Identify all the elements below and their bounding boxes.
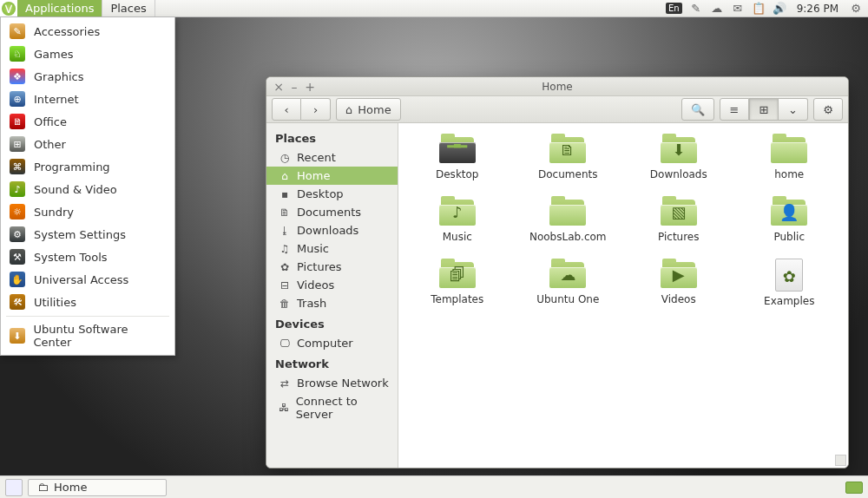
view-list-button[interactable]: ≡ xyxy=(720,98,749,121)
folder-pictures[interactable]: ▧Pictures xyxy=(623,194,734,245)
folder-noobslab-com[interactable]: NoobsLab.com xyxy=(513,194,624,245)
nav-forward-button[interactable]: › xyxy=(301,98,331,121)
sidebar-place-recent[interactable]: ◷Recent xyxy=(266,148,398,167)
sidebar-place-home[interactable]: ⌂Home xyxy=(266,167,398,185)
sidebar-place-trash[interactable]: 🗑Trash xyxy=(266,294,398,312)
sidebar-place-documents[interactable]: 🗎Documents xyxy=(266,203,398,221)
folder-icon: ♪ xyxy=(438,196,477,227)
app-menu-item-accessories[interactable]: ✎Accessories xyxy=(1,20,174,43)
cloud-icon[interactable]: ☁ xyxy=(710,2,724,16)
mail-icon[interactable]: ✉ xyxy=(731,2,745,16)
toolbar: ‹ › ⌂ Home 🔍 ≡ ⊞ ⌄ ⚙ xyxy=(266,96,848,123)
app-menu-label: Programming xyxy=(34,161,110,174)
clipboard-icon[interactable]: 📋 xyxy=(752,2,766,16)
app-menu-item-sound-video[interactable]: ♪Sound & Video xyxy=(1,178,174,200)
show-desktop-button[interactable] xyxy=(5,479,23,496)
app-menu-item-office[interactable]: 🗎Office xyxy=(1,110,174,133)
app-menu-label: System Settings xyxy=(34,228,126,241)
app-menu-item-other[interactable]: ⊞Other xyxy=(1,133,174,155)
sidebar-item-label: Desktop xyxy=(297,187,344,200)
content-area[interactable]: ▂▃▂Desktop🗎Documents⬇Downloadshome♪Music… xyxy=(398,123,848,468)
app-menu-item-system-settings[interactable]: ⚙System Settings xyxy=(1,223,174,246)
view-options-button[interactable]: ⌄ xyxy=(779,98,808,121)
category-icon: ☼ xyxy=(10,204,25,220)
menu-places[interactable]: Places xyxy=(102,0,155,16)
folder-desktop[interactable]: ▂▃▂Desktop xyxy=(402,132,513,182)
preferences-button[interactable]: ⚙ xyxy=(813,98,843,121)
folder-music[interactable]: ♪Music xyxy=(402,194,513,245)
menu-separator xyxy=(6,316,169,317)
folder-public[interactable]: 👤Public xyxy=(734,194,845,245)
app-menu-label: Sundry xyxy=(34,206,74,219)
view-grid-button[interactable]: ⊞ xyxy=(749,98,779,121)
applications-menu-dropdown: ✎Accessories♘Games❖Graphics⊕Internet🗎Off… xyxy=(0,17,175,356)
folder-icon: 👤 xyxy=(770,196,808,227)
app-menu-item-system-tools[interactable]: ⚒System Tools xyxy=(1,246,174,268)
keyboard-layout-indicator[interactable]: En xyxy=(666,3,682,14)
sidebar-item-icon: ✿ xyxy=(279,261,291,273)
folder-icon: ▂▃▂ xyxy=(438,134,477,165)
folder-ubuntu-one[interactable]: ☁Ubuntu One xyxy=(513,257,624,309)
workspace-switcher[interactable] xyxy=(845,482,863,494)
folder-videos[interactable]: ▶Videos xyxy=(623,257,734,309)
sidebar-item-icon: 🖵 xyxy=(279,337,291,350)
sidebar-place-desktop[interactable]: ▪Desktop xyxy=(266,185,398,203)
folder-downloads[interactable]: ⬇Downloads xyxy=(623,132,734,182)
sidebar-item-icon: ▪ xyxy=(279,188,291,200)
folder-home[interactable]: home xyxy=(734,132,845,182)
app-menu-item-utilities[interactable]: 🛠Utilities xyxy=(1,291,174,313)
color-picker-icon[interactable]: ✎ xyxy=(689,2,703,16)
path-home-button[interactable]: ⌂ Home xyxy=(336,98,401,121)
app-menu-item-software-center[interactable]: ⬇Ubuntu Software Center xyxy=(1,319,174,352)
sidebar-item-label: Videos xyxy=(297,278,334,292)
search-button[interactable]: 🔍 xyxy=(681,98,714,121)
resize-grip[interactable] xyxy=(835,455,846,466)
nav-back-button[interactable]: ‹ xyxy=(272,98,301,121)
sidebar-item-icon: ⭳ xyxy=(279,225,291,237)
window-close-icon[interactable]: × xyxy=(273,82,284,92)
sidebar-network-browse-network[interactable]: ⇄Browse Network xyxy=(266,374,398,392)
app-menu-item-internet[interactable]: ⊕Internet xyxy=(1,88,174,110)
app-menu-item-games[interactable]: ♘Games xyxy=(1,43,174,65)
sidebar-device-computer[interactable]: 🖵Computer xyxy=(266,334,398,352)
taskbar-entry-home[interactable]: 🗀 Home xyxy=(28,479,167,496)
folder-templates[interactable]: 🗐Templates xyxy=(402,257,513,309)
app-menu-item-universal-access[interactable]: ✋Universal Access xyxy=(1,268,174,291)
app-menu-label: Universal Access xyxy=(34,273,128,286)
app-menu-label: Sound & Video xyxy=(34,183,117,196)
folder-icon: ⬇ xyxy=(660,134,698,165)
gear-icon: ⚙ xyxy=(823,103,833,116)
distro-logo[interactable]: ⋁ xyxy=(0,0,17,16)
window-title: Home xyxy=(266,81,848,93)
sidebar-place-downloads[interactable]: ⭳Downloads xyxy=(266,221,398,239)
sidebar-item-label: Documents xyxy=(297,206,361,219)
category-icon: ♪ xyxy=(10,181,25,197)
sidebar-place-pictures[interactable]: ✿Pictures xyxy=(266,258,398,276)
settings-gear-icon[interactable]: ⚙ xyxy=(849,2,863,16)
folder-label: Pictures xyxy=(658,231,700,243)
category-icon: ⌘ xyxy=(10,159,25,174)
app-menu-item-programming[interactable]: ⌘Programming xyxy=(1,155,174,178)
folder-label: Examples xyxy=(764,295,814,307)
app-menu-label: Office xyxy=(34,115,67,128)
sidebar-item-icon: ◷ xyxy=(279,152,291,164)
window-titlebar[interactable]: × – + Home xyxy=(266,77,848,96)
clock[interactable]: 9:26 PM xyxy=(793,3,842,15)
sidebar-network-connect-to-server[interactable]: 🖧Connect to Server xyxy=(266,392,398,423)
folder-label: Public xyxy=(773,231,805,243)
window-minimize-icon[interactable]: – xyxy=(289,82,299,92)
folder-icon: ✿ xyxy=(775,259,803,292)
folder-examples[interactable]: ✿Examples xyxy=(734,257,845,309)
volume-icon[interactable]: 🔊 xyxy=(773,2,786,16)
app-menu-item-graphics[interactable]: ❖Graphics xyxy=(1,65,174,88)
chevron-left-icon: ‹ xyxy=(284,103,288,116)
sidebar-place-videos[interactable]: ⊟Videos xyxy=(266,276,398,294)
sidebar-place-music[interactable]: ♫Music xyxy=(266,239,398,258)
sidebar-item-icon: 🗑 xyxy=(279,298,291,310)
category-icon: ⊞ xyxy=(10,136,25,152)
sidebar-item-label: Pictures xyxy=(297,260,341,273)
menu-applications[interactable]: Applications xyxy=(17,0,102,16)
window-maximize-icon[interactable]: + xyxy=(305,82,315,92)
folder-documents[interactable]: 🗎Documents xyxy=(513,132,624,182)
app-menu-item-sundry[interactable]: ☼Sundry xyxy=(1,200,174,223)
